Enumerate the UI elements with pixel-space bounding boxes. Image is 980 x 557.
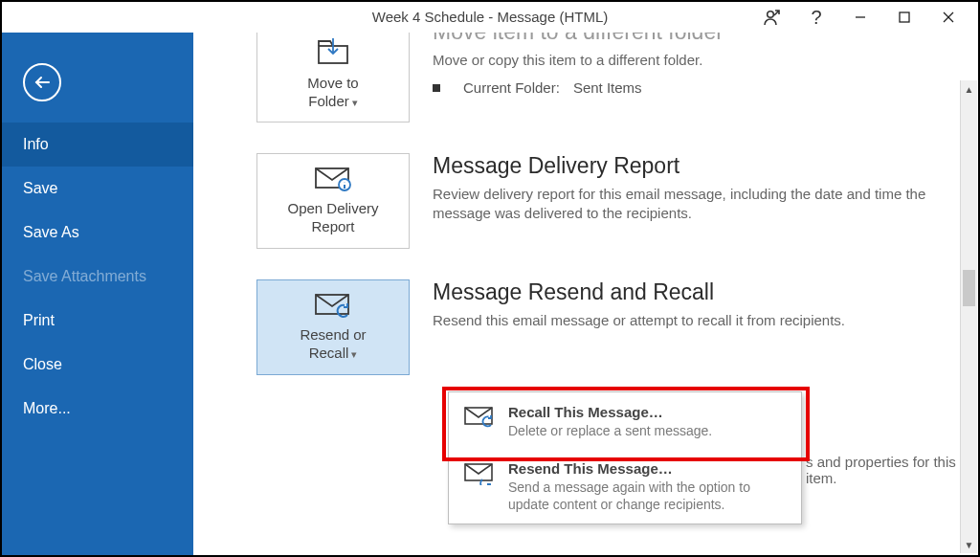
sidebar-item-save-attachments: Save Attachments xyxy=(2,255,193,299)
back-button[interactable] xyxy=(23,63,61,101)
maximize-button[interactable] xyxy=(882,2,926,33)
tile-label: Report xyxy=(311,218,354,234)
scroll-down-icon[interactable]: ▼ xyxy=(961,536,977,553)
title-bar: Week 4 Schedule - Message (HTML) ? xyxy=(2,2,978,33)
section-desc: Review delivery report for this email me… xyxy=(433,185,949,224)
close-button[interactable] xyxy=(926,2,970,33)
minimize-button[interactable] xyxy=(838,2,882,33)
window-title: Week 4 Schedule - Message (HTML) xyxy=(372,2,608,33)
move-to-folder-tile[interactable]: Move toFolder▾ xyxy=(256,33,410,123)
scroll-up-icon[interactable]: ▲ xyxy=(961,80,977,98)
envelope-info-icon xyxy=(313,166,353,192)
tile-label: Open Delivery xyxy=(287,200,378,216)
menu-item-title: Recall This Message… xyxy=(508,404,712,420)
sidebar-item-label: Print xyxy=(23,312,55,328)
svg-rect-3 xyxy=(900,12,909,22)
scroll-thumb[interactable] xyxy=(963,270,975,306)
sidebar-item-info[interactable]: Info xyxy=(2,123,193,167)
sidebar-item-label: Save As xyxy=(23,224,79,240)
tile-label: Move to xyxy=(307,75,358,91)
help-button[interactable]: ? xyxy=(794,2,838,33)
envelope-recall-icon xyxy=(462,404,497,439)
sidebar-item-label: Save xyxy=(23,180,57,196)
resend-or-recall-tile[interactable]: Resend orRecall▾ xyxy=(256,279,410,375)
current-folder-label: Current Folder: xyxy=(463,79,560,96)
menu-item-desc: Send a message again with the option to … xyxy=(508,479,788,513)
section-heading: Move item to a different folder xyxy=(433,33,724,45)
folder-in-icon xyxy=(315,38,351,67)
menu-item-title: Resend This Message… xyxy=(508,460,788,477)
resend-recall-menu: Recall This Message… Delete or replace a… xyxy=(448,391,802,524)
sidebar-item-label: Save Attachments xyxy=(23,268,146,284)
sidebar-item-label: Info xyxy=(23,136,49,152)
section-desc: Resend this email message or attempt to … xyxy=(433,311,845,330)
main-pane: Move toFolder▾ Move item to a different … xyxy=(193,33,978,555)
tile-label: Recall xyxy=(309,345,349,361)
section-heading: Message Resend and Recall xyxy=(433,279,845,305)
share-account-icon[interactable] xyxy=(750,2,794,33)
bullet-icon xyxy=(433,84,440,92)
sidebar-item-more[interactable]: More... xyxy=(2,387,193,431)
section-heading: Message Delivery Report xyxy=(433,153,949,179)
envelope-recall-icon xyxy=(313,292,353,319)
tile-label: Resend or xyxy=(300,326,366,343)
sidebar-item-label: More... xyxy=(23,400,71,416)
chevron-down-icon: ▾ xyxy=(352,97,358,108)
sidebar-item-close[interactable]: Close xyxy=(2,343,193,387)
menu-item-desc: Delete or replace a sent message. xyxy=(508,422,712,439)
vertical-scrollbar[interactable]: ▲ ▼ xyxy=(960,80,977,553)
sidebar-item-save-as[interactable]: Save As xyxy=(2,211,193,255)
tile-label: Folder xyxy=(308,93,349,109)
backstage-sidebar: Info Save Save As Save Attachments Print… xyxy=(2,33,193,555)
truncated-text: s and properties for this item. xyxy=(806,454,978,486)
sidebar-item-print[interactable]: Print xyxy=(2,299,193,343)
current-folder-value: Sent Items xyxy=(573,79,642,96)
chevron-down-icon: ▾ xyxy=(351,348,357,360)
menu-item-resend-message[interactable]: Resend This Message… Send a message agai… xyxy=(449,449,801,523)
svg-point-1 xyxy=(768,11,774,18)
menu-item-recall-message[interactable]: Recall This Message… Delete or replace a… xyxy=(449,392,801,449)
open-delivery-report-tile[interactable]: Open DeliveryReport xyxy=(256,153,410,249)
sidebar-item-label: Close xyxy=(23,356,62,372)
envelope-resend-icon xyxy=(462,460,497,513)
section-desc: Move or copy this item to a different fo… xyxy=(433,51,724,70)
sidebar-item-save[interactable]: Save xyxy=(2,167,193,211)
